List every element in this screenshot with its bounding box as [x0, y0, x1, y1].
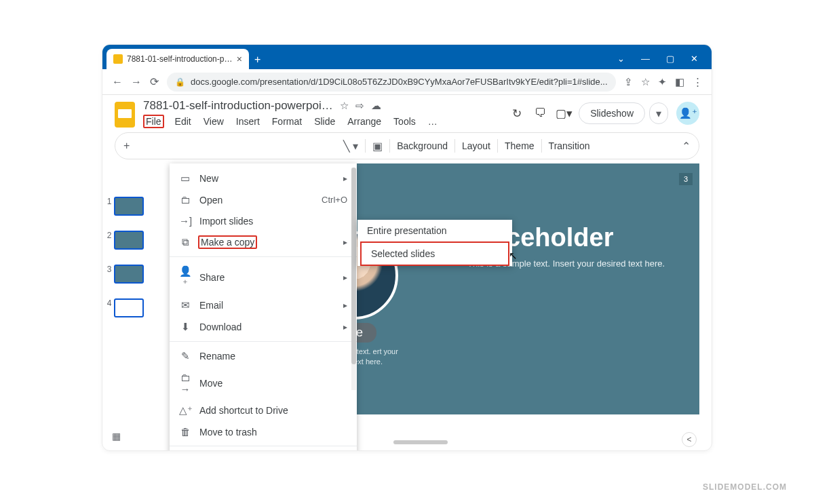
chevron-down-icon[interactable]: ⌄ — [617, 54, 625, 64]
document-title[interactable]: 7881-01-self-introduction-powerpoint-tem… — [143, 99, 333, 113]
new-tab-button[interactable]: + — [254, 54, 260, 66]
menu-view[interactable]: View — [202, 115, 225, 128]
bookmark-star-icon[interactable]: ☆ — [641, 76, 650, 88]
header-actions: ↻ 🗨 ▢▾ Slideshow ▾ 👤⁺ — [509, 102, 699, 125]
meet-icon[interactable]: ▢▾ — [556, 106, 570, 121]
menu-format[interactable]: Format — [271, 115, 303, 128]
document-title-row: 7881-01-self-introduction-powerpoint-tem… — [143, 99, 501, 113]
lock-icon: 🔒 — [175, 77, 185, 87]
canvas-area: 3 Placeholder This is a sample text. Ins… — [142, 163, 699, 448]
tab-title: 7881-01-self-introduction-powe — [127, 54, 233, 64]
menu-item-trash[interactable]: 🗑Move to trash — [170, 421, 357, 442]
grid-view-icon[interactable]: ▦ — [112, 431, 121, 442]
line-tool-icon[interactable]: ╲ ▾ — [343, 140, 358, 153]
slide-canvas[interactable]: 3 Placeholder This is a sample text. Ins… — [298, 163, 699, 414]
drive-shortcut-icon: △⁺ — [179, 404, 191, 416]
menu-bar: File Edit View Insert Format Slide Arran… — [143, 115, 501, 128]
menu-item-email[interactable]: ✉Email▸ — [170, 294, 357, 316]
menu-item-share[interactable]: 👤⁺Share▸ — [170, 260, 357, 294]
app-header: 7881-01-self-introduction-powerpoint-tem… — [102, 95, 712, 128]
thumb-number: 4 — [107, 298, 112, 308]
close-tab-icon[interactable]: × — [237, 54, 242, 64]
menu-tools[interactable]: Tools — [392, 115, 417, 128]
watermark: SLIDEMODEL.COM — [703, 482, 787, 492]
mouse-cursor-icon: ↖ — [509, 250, 518, 262]
menu-arrange[interactable]: Arrange — [346, 115, 383, 128]
workspace: + 1 2 3 4 ▦ 3 Placeholder This is a samp… — [102, 163, 712, 448]
slideshow-button[interactable]: Slideshow — [579, 102, 645, 124]
menu-item-make-copy[interactable]: ⧉Make a copy▸ — [170, 231, 357, 253]
history-icon[interactable]: ↻ — [509, 106, 524, 121]
slide-number-badge: 3 — [679, 173, 693, 185]
reload-icon[interactable]: ⟳ — [150, 75, 159, 88]
menu-item-import[interactable]: →]Import slides — [170, 210, 357, 231]
window-controls: ⌄ — ▢ ✕ — [617, 54, 708, 69]
submenu-item-selected[interactable]: Selected slides — [360, 241, 509, 266]
maximize-icon[interactable]: ▢ — [666, 54, 674, 64]
account-icon[interactable]: ◧ — [675, 76, 684, 88]
star-doc-icon[interactable]: ☆ — [340, 100, 349, 112]
download-icon: ⬇ — [179, 321, 191, 333]
slides-logo-icon[interactable] — [115, 102, 135, 128]
url-text: docs.google.com/presentation/d/1D9CiL08o… — [191, 77, 608, 87]
menu-item-move[interactable]: 🗀→Move — [170, 367, 357, 400]
menu-insert[interactable]: Insert — [235, 115, 261, 128]
extensions-icon[interactable]: ✦ — [658, 76, 667, 88]
tab-strip: 7881-01-self-introduction-powe × + — [106, 49, 260, 69]
slide-thumbnail[interactable] — [114, 265, 144, 284]
menu-item-download[interactable]: ⬇Download▸ — [170, 316, 357, 338]
url-bar: ← → ⟳ 🔒 docs.google.com/presentation/d/1… — [102, 69, 712, 95]
address-field[interactable]: 🔒 docs.google.com/presentation/d/1D9CiL0… — [167, 73, 616, 92]
share-icon[interactable]: ⇪ — [624, 76, 633, 88]
horizontal-scrollbar[interactable] — [393, 440, 448, 444]
folder-icon: 🗀 — [179, 194, 191, 206]
collapse-toolbar-icon[interactable]: ⌃ — [682, 140, 691, 153]
slideshow-dropdown[interactable]: ▾ — [649, 102, 668, 124]
menu-more[interactable]: … — [427, 115, 439, 128]
rename-icon: ✎ — [179, 350, 191, 362]
menu-edit[interactable]: Edit — [174, 115, 193, 128]
slide-thumbnail[interactable] — [114, 298, 144, 317]
copy-icon: ⧉ — [179, 236, 191, 248]
email-icon: ✉ — [179, 299, 191, 311]
browser-tab[interactable]: 7881-01-self-introduction-powe × — [106, 49, 249, 69]
submenu-item-entire[interactable]: Entire presentation — [357, 220, 512, 241]
menu-item-add-shortcut[interactable]: △⁺Add shortcut to Drive — [170, 400, 357, 421]
back-icon[interactable]: ← — [112, 76, 123, 88]
menu-item-new[interactable]: ▭New▸ — [170, 168, 357, 189]
minimize-icon[interactable]: — — [641, 54, 650, 64]
comments-icon[interactable]: 🗨 — [532, 106, 547, 120]
slide-panel: + 1 2 3 4 — [109, 163, 142, 448]
explore-button[interactable]: < — [682, 432, 697, 447]
thumb-number: 1 — [107, 197, 112, 206]
close-window-icon[interactable]: ✕ — [691, 54, 698, 64]
slide-thumbnail[interactable] — [114, 231, 144, 250]
thumb-number: 2 — [107, 231, 112, 240]
cloud-status-icon[interactable]: ☁ — [371, 100, 381, 112]
menu-dots-icon[interactable]: ⋮ — [693, 76, 703, 88]
theme-button[interactable]: Theme — [505, 140, 535, 151]
share-button[interactable]: 👤⁺ — [676, 102, 699, 125]
slide-thumbnail[interactable] — [114, 197, 144, 216]
file-menu: ▭New▸ 🗀OpenCtrl+O →]Import slides ⧉Make … — [170, 163, 357, 451]
submenu-arrow-icon: ▸ — [343, 174, 347, 183]
submenu-arrow-icon: ▸ — [343, 237, 347, 247]
menu-item-version-history[interactable]: ↻Version history▸ — [170, 450, 357, 451]
text-box-icon[interactable]: ▣ — [372, 140, 383, 153]
menu-file[interactable]: File — [143, 115, 164, 128]
new-slide-icon[interactable]: + — [123, 140, 130, 152]
background-button[interactable]: Background — [397, 140, 448, 151]
document-icon: ▭ — [179, 172, 191, 185]
move-doc-icon[interactable]: ⇨ — [355, 100, 364, 112]
make-copy-submenu: Entire presentation Selected slides — [357, 220, 512, 266]
forward-icon[interactable]: → — [131, 76, 142, 88]
transition-button[interactable]: Transition — [549, 140, 590, 151]
menu-slide[interactable]: Slide — [313, 115, 336, 128]
import-icon: →] — [179, 215, 191, 227]
favicon-icon — [113, 54, 123, 64]
menu-item-open[interactable]: 🗀OpenCtrl+O — [170, 189, 357, 210]
layout-button[interactable]: Layout — [462, 140, 490, 151]
menu-scrollbar[interactable] — [351, 168, 356, 364]
trash-icon: 🗑 — [179, 426, 191, 438]
menu-item-rename[interactable]: ✎Rename — [170, 345, 357, 367]
